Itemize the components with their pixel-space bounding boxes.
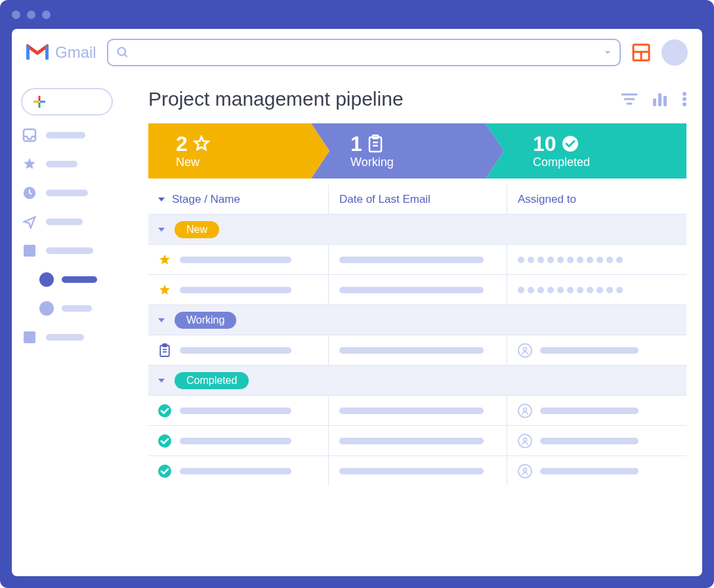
table-row[interactable]: [148, 395, 686, 425]
clipboard-icon: [158, 343, 172, 358]
person-icon: [518, 464, 532, 478]
svg-rect-18: [653, 98, 656, 106]
stage-completed[interactable]: 10 Completed: [486, 123, 686, 178]
svg-rect-0: [26, 45, 30, 60]
group-header-completed[interactable]: Completed: [148, 365, 686, 395]
svg-rect-1: [45, 45, 49, 60]
square-icon: [21, 329, 38, 346]
stage-working[interactable]: 1 Working: [311, 123, 504, 178]
sidebar-item-starred[interactable]: [21, 155, 134, 173]
stage-count: 10: [533, 133, 556, 154]
stage-banner: 2 New 1 Working 10: [148, 123, 686, 178]
column-stage[interactable]: Stage / Name: [158, 193, 328, 206]
stage-new[interactable]: 2 New: [148, 123, 329, 178]
cell-placeholder: [339, 257, 484, 263]
sidebar-label-placeholder: [62, 305, 92, 312]
column-label: Date of Last Email: [339, 193, 430, 206]
search-input[interactable]: [136, 47, 597, 58]
sidebar-subitem[interactable]: [21, 299, 134, 318]
window-control-max[interactable]: [42, 10, 51, 19]
browser-window: Gmail: [0, 0, 714, 588]
window-control-close[interactable]: [12, 10, 20, 19]
assignee-dots: [518, 287, 623, 293]
cell-placeholder: [339, 408, 484, 414]
table-row[interactable]: [148, 335, 686, 365]
cell-placeholder: [339, 468, 484, 474]
stage-label: New: [176, 156, 329, 169]
send-icon: [21, 213, 38, 230]
filter-icon[interactable]: [621, 93, 638, 106]
sidebar-item-snoozed[interactable]: [21, 184, 134, 202]
svg-point-22: [682, 97, 686, 101]
check-circle-icon: [158, 404, 172, 417]
stage-label: Working: [350, 156, 504, 169]
cell-placeholder: [540, 408, 639, 414]
cell-placeholder: [180, 287, 291, 293]
star-icon: [193, 135, 210, 152]
sidebar-label-placeholder: [46, 132, 85, 138]
stage-count: 2: [176, 133, 188, 154]
sidebar: [12, 76, 143, 576]
sidebar-label-placeholder: [46, 334, 84, 341]
main-content: Project management pipeline 2 New: [143, 76, 702, 576]
sidebar-subitem-active[interactable]: [21, 270, 134, 289]
window-control-min[interactable]: [27, 10, 35, 19]
compose-button[interactable]: [21, 88, 113, 116]
svg-point-33: [524, 347, 527, 350]
star-icon: [158, 253, 172, 266]
svg-point-37: [524, 438, 527, 441]
plus-icon: [33, 95, 46, 108]
sidebar-label-placeholder: [62, 276, 97, 283]
caret-down-icon: [158, 196, 165, 203]
column-assigned[interactable]: Assigned to: [507, 185, 677, 214]
group-header-working[interactable]: Working: [148, 304, 686, 335]
group-header-new[interactable]: New: [148, 214, 686, 244]
svg-rect-20: [663, 96, 667, 106]
check-circle-icon: [562, 135, 579, 152]
more-icon[interactable]: [682, 92, 686, 106]
cell-placeholder: [339, 287, 484, 293]
svg-rect-30: [163, 344, 167, 346]
column-date[interactable]: Date of Last Email: [328, 185, 507, 214]
clock-icon: [21, 184, 38, 201]
svg-point-2: [117, 48, 125, 56]
page-header: Project management pipeline: [148, 88, 686, 110]
chart-icon[interactable]: [652, 92, 668, 106]
sidebar-label-placeholder: [46, 219, 83, 225]
table-row[interactable]: [148, 244, 686, 274]
sidebar-item-inbox[interactable]: [21, 126, 134, 144]
clipboard-icon: [368, 135, 383, 153]
search-container[interactable]: [107, 39, 621, 66]
dot-icon: [39, 301, 54, 316]
person-icon: [518, 404, 532, 418]
search-dropdown-icon[interactable]: [604, 49, 612, 56]
cell-placeholder: [339, 347, 484, 354]
table-row[interactable]: [148, 425, 686, 455]
sidebar-item-other[interactable]: [21, 328, 134, 346]
square-icon: [21, 242, 38, 259]
dot-icon: [39, 272, 54, 287]
layout-toggle-icon[interactable]: [631, 43, 651, 62]
page-title: Project management pipeline: [148, 88, 404, 110]
sidebar-label-placeholder: [46, 247, 93, 254]
inbox-icon: [21, 127, 38, 144]
svg-point-39: [524, 468, 527, 471]
table-row[interactable]: [148, 455, 686, 486]
svg-rect-13: [24, 245, 35, 257]
gmail-icon: [26, 44, 49, 61]
sidebar-item-category[interactable]: [21, 242, 134, 260]
svg-point-35: [524, 408, 527, 411]
table-row[interactable]: [148, 274, 686, 304]
cell-placeholder: [540, 438, 639, 444]
group-pill: Completed: [175, 372, 249, 389]
gmail-logo[interactable]: Gmail: [26, 43, 96, 62]
caret-down-icon: [158, 377, 165, 384]
stage-count: 1: [350, 133, 362, 154]
topbar: Gmail: [12, 29, 702, 76]
sidebar-item-send[interactable]: [21, 213, 134, 231]
column-label: Assigned to: [518, 193, 576, 206]
person-icon: [518, 434, 532, 448]
avatar[interactable]: [662, 39, 688, 66]
svg-point-38: [158, 465, 171, 478]
cell-placeholder: [180, 438, 291, 444]
